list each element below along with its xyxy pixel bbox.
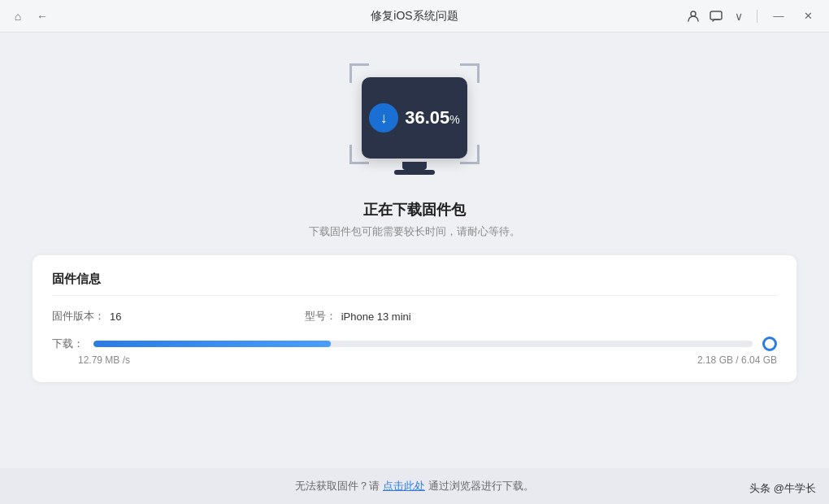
svg-point-0	[691, 11, 696, 16]
monitor-screen: ↓ 36.05%	[369, 103, 460, 133]
home-icon[interactable]: ⌂	[10, 8, 26, 24]
download-speed: 12.79 MB /s	[78, 354, 130, 366]
download-visual: ↓ 36.05%	[333, 57, 496, 179]
divider	[757, 10, 757, 23]
back-icon[interactable]: ←	[34, 8, 50, 24]
svg-rect-1	[710, 11, 722, 20]
monitor-stand	[402, 162, 427, 170]
titlebar-right: ∨ — ✕	[685, 7, 819, 25]
monitor-icon: ↓ 36.05%	[362, 77, 467, 159]
download-label: 下载：	[52, 337, 84, 351]
browser-download-link[interactable]: 点击此处	[383, 479, 425, 493]
main-content: ↓ 36.05% 正在下载固件包 下载固件包可能需要较长时间，请耐心等待。 固件…	[0, 33, 829, 468]
bottom-bar: 无法获取固件？请 点击此处 通过浏览器进行下载。	[0, 468, 829, 504]
version-label: 固件版本：	[52, 309, 105, 324]
firmware-section-title: 固件信息	[52, 272, 777, 296]
progress-fill	[93, 341, 331, 347]
monitor-base	[394, 170, 435, 175]
percent-value: 36.05	[405, 107, 449, 128]
close-button[interactable]: ✕	[796, 7, 819, 25]
version-value: 16	[110, 311, 121, 323]
user-icon[interactable]	[685, 8, 701, 24]
page-title: 修复iOS系统问题	[371, 9, 458, 24]
bottom-text-before: 无法获取固件？请	[295, 479, 380, 493]
model-item: 型号： iPhone 13 mini	[305, 309, 411, 324]
minimize-button[interactable]: —	[767, 7, 790, 25]
version-item: 固件版本： 16	[52, 309, 121, 324]
progress-track	[93, 341, 753, 347]
progress-dot	[762, 337, 777, 351]
status-title: 正在下载固件包	[363, 200, 466, 219]
download-arrow-icon: ↓	[369, 103, 398, 133]
titlebar-left: ⌂ ←	[10, 8, 50, 24]
watermark: 头条 @牛学长	[749, 481, 816, 496]
download-progress: 2.18 GB / 6.04 GB	[697, 354, 777, 366]
progress-stats: 12.79 MB /s 2.18 GB / 6.04 GB	[52, 354, 777, 366]
percent-display: 36.05%	[405, 107, 460, 128]
chevron-down-icon[interactable]: ∨	[731, 8, 747, 24]
bottom-text-after: 通过浏览器进行下载。	[428, 479, 534, 493]
firmware-info-card: 固件信息 固件版本： 16 型号： iPhone 13 mini 下载： 12.…	[33, 255, 796, 382]
chat-icon[interactable]	[708, 8, 724, 24]
percent-unit: %	[449, 113, 459, 126]
progress-row: 下载：	[52, 337, 777, 351]
firmware-version-row: 固件版本： 16 型号： iPhone 13 mini	[52, 309, 777, 324]
status-subtitle: 下载固件包可能需要较长时间，请耐心等待。	[309, 224, 520, 239]
model-value: iPhone 13 mini	[341, 311, 411, 323]
model-label: 型号：	[305, 309, 336, 324]
titlebar: ⌂ ← 修复iOS系统问题 ∨ — ✕	[0, 0, 829, 33]
